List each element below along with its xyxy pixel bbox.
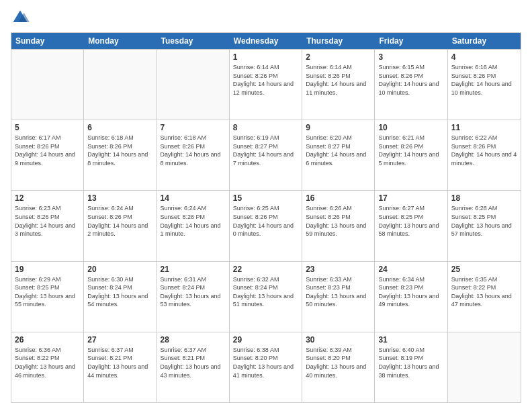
day-number-22: 22 xyxy=(233,265,298,274)
day-info-21: Sunrise: 6:31 AMSunset: 8:24 PMDaylight:… xyxy=(161,275,226,309)
day-number-20: 20 xyxy=(87,265,152,274)
calendar-day-11: 11Sunrise: 6:22 AMSunset: 8:26 PMDayligh… xyxy=(448,120,521,190)
day-number-10: 10 xyxy=(378,123,443,132)
calendar-day-16: 16Sunrise: 6:26 AMSunset: 8:26 PMDayligh… xyxy=(302,191,375,261)
day-number-30: 30 xyxy=(306,335,371,345)
day-info-20: Sunrise: 6:30 AMSunset: 8:24 PMDaylight:… xyxy=(87,275,152,309)
header-day-monday: Monday xyxy=(84,33,157,49)
calendar-day-3: 3Sunrise: 6:15 AMSunset: 8:26 PMDaylight… xyxy=(375,50,447,120)
calendar-day-30: 30Sunrise: 6:39 AMSunset: 8:20 PMDayligh… xyxy=(302,332,375,402)
day-number-24: 24 xyxy=(378,265,443,274)
day-info-7: Sunrise: 6:18 AMSunset: 8:26 PMDaylight:… xyxy=(161,134,226,167)
calendar-week-3: 12Sunrise: 6:23 AMSunset: 8:26 PMDayligh… xyxy=(11,190,521,261)
day-info-11: Sunrise: 6:22 AMSunset: 8:26 PMDaylight:… xyxy=(451,134,517,167)
calendar-day-25: 25Sunrise: 6:35 AMSunset: 8:22 PMDayligh… xyxy=(448,262,521,332)
day-info-23: Sunrise: 6:33 AMSunset: 8:23 PMDaylight:… xyxy=(306,275,371,309)
calendar-empty-cell xyxy=(157,50,230,120)
calendar-day-9: 9Sunrise: 6:20 AMSunset: 8:27 PMDaylight… xyxy=(302,120,375,190)
calendar-day-13: 13Sunrise: 6:24 AMSunset: 8:26 PMDayligh… xyxy=(84,191,157,261)
calendar-day-5: 5Sunrise: 6:17 AMSunset: 8:26 PMDaylight… xyxy=(11,120,84,190)
calendar-week-1: 1Sunrise: 6:14 AMSunset: 8:26 PMDaylight… xyxy=(11,49,521,120)
day-number-5: 5 xyxy=(15,123,80,132)
calendar-empty-cell xyxy=(11,50,84,120)
day-number-16: 16 xyxy=(306,193,371,203)
day-info-31: Sunrise: 6:40 AMSunset: 8:19 PMDaylight:… xyxy=(378,346,443,379)
day-info-29: Sunrise: 6:38 AMSunset: 8:20 PMDaylight:… xyxy=(233,346,298,379)
day-number-21: 21 xyxy=(161,265,226,274)
calendar-day-26: 26Sunrise: 6:36 AMSunset: 8:22 PMDayligh… xyxy=(11,332,84,402)
header xyxy=(11,8,521,27)
day-number-3: 3 xyxy=(378,52,443,62)
header-day-friday: Friday xyxy=(375,33,447,49)
calendar-day-29: 29Sunrise: 6:38 AMSunset: 8:20 PMDayligh… xyxy=(230,332,302,402)
day-info-1: Sunrise: 6:14 AMSunset: 8:26 PMDaylight:… xyxy=(233,63,298,97)
day-info-26: Sunrise: 6:36 AMSunset: 8:22 PMDaylight:… xyxy=(15,346,80,379)
calendar-day-20: 20Sunrise: 6:30 AMSunset: 8:24 PMDayligh… xyxy=(84,262,157,332)
day-number-2: 2 xyxy=(306,52,371,62)
day-info-22: Sunrise: 6:32 AMSunset: 8:24 PMDaylight:… xyxy=(233,275,298,309)
day-number-4: 4 xyxy=(451,52,517,62)
page: SundayMondayTuesdayWednesdayThursdayFrid… xyxy=(0,0,532,411)
day-info-9: Sunrise: 6:20 AMSunset: 8:27 PMDaylight:… xyxy=(306,134,371,167)
day-info-2: Sunrise: 6:14 AMSunset: 8:26 PMDaylight:… xyxy=(306,63,371,97)
calendar-day-8: 8Sunrise: 6:19 AMSunset: 8:27 PMDaylight… xyxy=(230,120,302,190)
day-info-10: Sunrise: 6:21 AMSunset: 8:26 PMDaylight:… xyxy=(378,134,443,167)
day-info-17: Sunrise: 6:27 AMSunset: 8:25 PMDaylight:… xyxy=(378,204,443,238)
calendar-body: 1Sunrise: 6:14 AMSunset: 8:26 PMDaylight… xyxy=(11,49,521,402)
day-number-25: 25 xyxy=(451,265,517,274)
calendar-header: SundayMondayTuesdayWednesdayThursdayFrid… xyxy=(11,33,521,49)
calendar-day-1: 1Sunrise: 6:14 AMSunset: 8:26 PMDaylight… xyxy=(230,50,302,120)
header-day-saturday: Saturday xyxy=(448,33,521,49)
calendar-day-7: 7Sunrise: 6:18 AMSunset: 8:26 PMDaylight… xyxy=(157,120,230,190)
day-info-8: Sunrise: 6:19 AMSunset: 8:27 PMDaylight:… xyxy=(233,134,298,167)
header-day-wednesday: Wednesday xyxy=(230,33,302,49)
logo-icon xyxy=(11,8,30,27)
day-number-9: 9 xyxy=(306,123,371,132)
day-info-18: Sunrise: 6:28 AMSunset: 8:25 PMDaylight:… xyxy=(451,204,517,238)
day-number-17: 17 xyxy=(378,193,443,203)
calendar-day-22: 22Sunrise: 6:32 AMSunset: 8:24 PMDayligh… xyxy=(230,262,302,332)
calendar-empty-cell xyxy=(84,50,157,120)
calendar-day-23: 23Sunrise: 6:33 AMSunset: 8:23 PMDayligh… xyxy=(302,262,375,332)
calendar: SundayMondayTuesdayWednesdayThursdayFrid… xyxy=(11,32,521,403)
calendar-week-5: 26Sunrise: 6:36 AMSunset: 8:22 PMDayligh… xyxy=(11,332,521,402)
calendar-day-2: 2Sunrise: 6:14 AMSunset: 8:26 PMDaylight… xyxy=(302,50,375,120)
day-info-27: Sunrise: 6:37 AMSunset: 8:21 PMDaylight:… xyxy=(87,346,152,379)
day-info-12: Sunrise: 6:23 AMSunset: 8:26 PMDaylight:… xyxy=(15,204,80,238)
calendar-day-31: 31Sunrise: 6:40 AMSunset: 8:19 PMDayligh… xyxy=(375,332,447,402)
day-info-13: Sunrise: 6:24 AMSunset: 8:26 PMDaylight:… xyxy=(87,204,152,238)
day-number-11: 11 xyxy=(451,123,517,132)
calendar-day-10: 10Sunrise: 6:21 AMSunset: 8:26 PMDayligh… xyxy=(375,120,447,190)
calendar-day-21: 21Sunrise: 6:31 AMSunset: 8:24 PMDayligh… xyxy=(157,262,230,332)
day-info-24: Sunrise: 6:34 AMSunset: 8:23 PMDaylight:… xyxy=(378,275,443,309)
header-day-thursday: Thursday xyxy=(302,33,375,49)
day-number-23: 23 xyxy=(306,265,371,274)
header-day-sunday: Sunday xyxy=(11,33,84,49)
day-number-27: 27 xyxy=(87,335,152,345)
day-info-30: Sunrise: 6:39 AMSunset: 8:20 PMDaylight:… xyxy=(306,346,371,379)
calendar-day-27: 27Sunrise: 6:37 AMSunset: 8:21 PMDayligh… xyxy=(84,332,157,402)
calendar-day-28: 28Sunrise: 6:37 AMSunset: 8:21 PMDayligh… xyxy=(157,332,230,402)
day-number-28: 28 xyxy=(161,335,226,345)
day-number-8: 8 xyxy=(233,123,298,132)
day-number-12: 12 xyxy=(15,193,80,203)
day-number-13: 13 xyxy=(87,193,152,203)
calendar-day-12: 12Sunrise: 6:23 AMSunset: 8:26 PMDayligh… xyxy=(11,191,84,261)
day-info-16: Sunrise: 6:26 AMSunset: 8:26 PMDaylight:… xyxy=(306,204,371,238)
day-number-15: 15 xyxy=(233,193,298,203)
day-info-15: Sunrise: 6:25 AMSunset: 8:26 PMDaylight:… xyxy=(233,204,298,238)
day-info-3: Sunrise: 6:15 AMSunset: 8:26 PMDaylight:… xyxy=(378,63,443,97)
day-number-31: 31 xyxy=(378,335,443,345)
calendar-day-15: 15Sunrise: 6:25 AMSunset: 8:26 PMDayligh… xyxy=(230,191,302,261)
calendar-week-4: 19Sunrise: 6:29 AMSunset: 8:25 PMDayligh… xyxy=(11,261,521,332)
day-number-7: 7 xyxy=(161,123,226,132)
day-number-29: 29 xyxy=(233,335,298,345)
day-number-19: 19 xyxy=(15,265,80,274)
day-info-19: Sunrise: 6:29 AMSunset: 8:25 PMDaylight:… xyxy=(15,275,80,309)
calendar-day-4: 4Sunrise: 6:16 AMSunset: 8:26 PMDaylight… xyxy=(448,50,521,120)
day-info-28: Sunrise: 6:37 AMSunset: 8:21 PMDaylight:… xyxy=(161,346,226,379)
day-number-6: 6 xyxy=(87,123,152,132)
calendar-day-6: 6Sunrise: 6:18 AMSunset: 8:26 PMDaylight… xyxy=(84,120,157,190)
calendar-week-2: 5Sunrise: 6:17 AMSunset: 8:26 PMDaylight… xyxy=(11,120,521,190)
day-info-14: Sunrise: 6:24 AMSunset: 8:26 PMDaylight:… xyxy=(161,204,226,238)
